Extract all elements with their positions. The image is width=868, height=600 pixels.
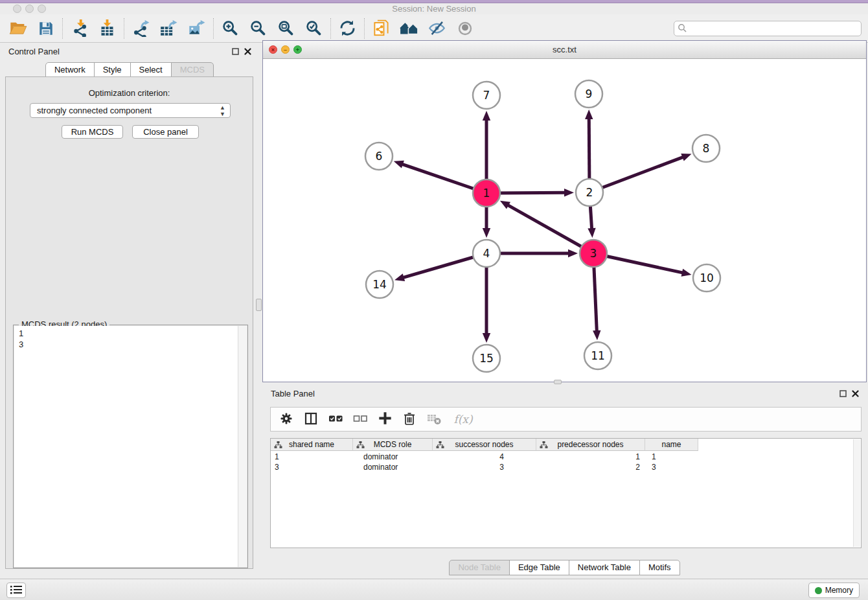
edge-arrow-4-15 — [483, 333, 490, 343]
mcds-result-text[interactable]: 13 — [14, 326, 238, 567]
export-image-icon — [188, 19, 205, 37]
column-header-shared-name[interactable]: shared name — [271, 439, 353, 451]
clone-network-button[interactable] — [367, 16, 395, 41]
network-window-traffic-lights: × – + — [269, 45, 302, 54]
memory-label: Memory — [825, 586, 853, 595]
column-header-name[interactable]: name — [645, 439, 698, 451]
mcds-result-line: 3 — [19, 339, 233, 350]
panel-splitter-handle[interactable] — [256, 299, 262, 311]
run-mcds-button[interactable]: Run MCDS — [62, 125, 123, 139]
export-image-button[interactable] — [183, 16, 211, 41]
table-tab-edge-table[interactable]: Edge Table — [509, 560, 569, 575]
tab-style[interactable]: Style — [94, 62, 131, 78]
tab-network[interactable]: Network — [45, 62, 95, 78]
network-close-button[interactable]: × — [269, 45, 277, 54]
task-history-button[interactable] — [6, 583, 26, 598]
export-table-button[interactable] — [155, 16, 183, 41]
zoom-in-button[interactable] — [216, 16, 244, 41]
zoom-out-button[interactable] — [244, 16, 272, 41]
column-visibility-button[interactable] — [301, 410, 321, 429]
graph-node-label: 8 — [703, 142, 710, 155]
column-header-predecessor-nodes[interactable]: predecessor nodes — [536, 439, 645, 451]
show-all-icon — [457, 20, 474, 37]
graph-node-label: 11 — [591, 349, 605, 362]
save-session-button[interactable] — [32, 16, 60, 41]
memory-button[interactable]: Memory — [808, 583, 860, 598]
function-builder-button[interactable]: f(x) — [448, 410, 478, 429]
table-cell[interactable]: dominator — [353, 452, 433, 462]
delete-table-button[interactable] — [424, 410, 444, 429]
hide-selected-button[interactable] — [423, 16, 451, 41]
edge-2-8[interactable] — [589, 157, 683, 192]
deselect-all-icon — [352, 411, 369, 428]
column-header-successor-nodes[interactable]: successor nodes — [433, 439, 536, 451]
delete-table-icon — [426, 411, 442, 428]
table-row[interactable]: 3dominator323 — [271, 462, 698, 472]
table-tab-network-table[interactable]: Network Table — [569, 560, 640, 575]
zoom-selected-button[interactable] — [300, 16, 328, 41]
table-cell[interactable]: 1 — [645, 452, 698, 462]
network-maximize-button[interactable]: + — [293, 45, 302, 54]
network-window-titlebar[interactable]: scc.txt — [263, 41, 866, 59]
zoom-fit-button[interactable] — [272, 16, 300, 41]
table-panel-float-icon[interactable] — [839, 389, 847, 399]
table-cell[interactable]: 4 — [433, 452, 536, 462]
first-neighbors-button[interactable] — [395, 16, 423, 41]
close-window-button[interactable] — [13, 5, 21, 13]
minimize-window-button[interactable] — [25, 5, 34, 13]
table-cell[interactable]: 3 — [645, 462, 698, 472]
table-tab-node-table[interactable]: Node Table — [449, 560, 510, 575]
refresh-button[interactable] — [334, 16, 361, 41]
memory-status-icon — [815, 587, 822, 594]
network-view-window: scc.txt × – + 1234678910111415 — [262, 40, 867, 382]
tab-mcds[interactable]: MCDS — [171, 62, 214, 78]
table-cell[interactable]: dominator — [353, 462, 433, 472]
search-input[interactable] — [674, 21, 862, 36]
edge-arrow-2-8 — [681, 154, 691, 161]
table-cell[interactable]: 3 — [433, 462, 536, 472]
import-network-button[interactable] — [65, 16, 93, 41]
control-panel-tabs: NetworkStyleSelectMCDS — [0, 62, 259, 78]
add-row-button[interactable] — [374, 410, 395, 429]
deselect-all-button[interactable] — [350, 410, 371, 429]
import-network-icon — [71, 19, 88, 37]
delete-row-icon — [402, 411, 417, 428]
network-splitter-handle[interactable] — [554, 380, 562, 384]
import-table-button[interactable] — [93, 16, 121, 41]
column-header-MCDS-role[interactable]: MCDS role — [353, 439, 433, 451]
table-cell[interactable]: 1 — [536, 452, 645, 462]
open-session-button[interactable] — [4, 16, 32, 41]
zoom-out-icon — [249, 19, 267, 37]
optimization-criterion-dropdown[interactable]: strongly connected component ▲▼ — [30, 103, 231, 118]
export-network-icon — [132, 19, 150, 37]
table-panel-close-icon[interactable] — [852, 389, 859, 399]
table-panel-title: Table Panel — [271, 389, 315, 398]
control-panel-close-icon[interactable] — [244, 47, 251, 57]
maximize-window-button[interactable] — [38, 5, 46, 13]
table-cell[interactable]: 2 — [536, 462, 645, 472]
mcds-result-scrollbar[interactable] — [238, 326, 247, 567]
table-row[interactable]: 1dominator411 — [271, 452, 698, 462]
table-settings-icon — [279, 411, 294, 428]
table-scrollbar[interactable] — [853, 439, 860, 547]
show-all-button[interactable] — [451, 16, 479, 41]
zoom-fit-icon — [277, 19, 295, 37]
table-settings-button[interactable] — [276, 410, 297, 429]
network-canvas[interactable]: 1234678910111415 — [263, 59, 866, 382]
table-tab-motifs[interactable]: Motifs — [639, 560, 680, 575]
select-all-button[interactable] — [325, 410, 346, 429]
column-type-icon — [540, 441, 548, 451]
close-panel-button[interactable]: Close panel — [132, 125, 199, 139]
table-cell[interactable]: 1 — [271, 452, 353, 462]
edge-arrow-1-2 — [564, 189, 574, 196]
export-network-button[interactable] — [127, 16, 155, 41]
network-minimize-button[interactable]: – — [281, 45, 290, 54]
control-panel-header: Control Panel — [0, 45, 259, 61]
delete-row-button[interactable] — [399, 410, 420, 429]
table-cell[interactable]: 3 — [271, 462, 353, 472]
control-panel-float-icon[interactable] — [232, 47, 239, 57]
tab-select[interactable]: Select — [130, 62, 172, 78]
toolbar-separator — [213, 18, 214, 39]
window-titlebar: Session: New Session — [0, 3, 868, 14]
edge-3-1[interactable] — [507, 205, 593, 253]
